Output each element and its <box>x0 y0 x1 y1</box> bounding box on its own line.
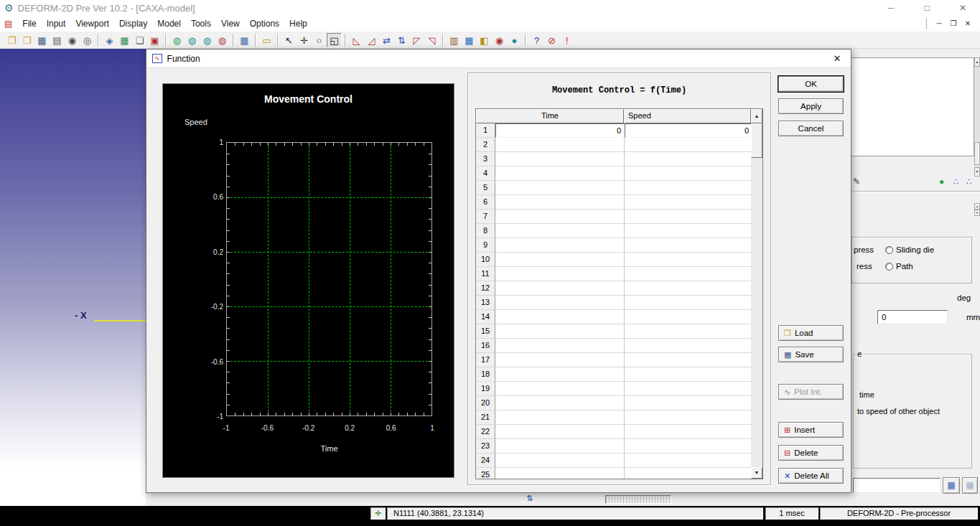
units-icon[interactable]: ◧ <box>477 33 492 47</box>
molecule-icon[interactable]: ∴ <box>953 177 959 187</box>
globe-icon[interactable]: ● <box>507 33 522 47</box>
scrollbar-thumb[interactable] <box>974 142 980 165</box>
time-cell[interactable] <box>495 454 625 468</box>
delete-button[interactable]: ⊟ Delete <box>778 445 844 461</box>
time-cell[interactable] <box>495 238 625 253</box>
speed-cell[interactable] <box>625 324 752 339</box>
maximize-button[interactable]: □ <box>923 3 931 13</box>
exit-icon[interactable]: ! <box>559 33 574 47</box>
object-positioning-offset-y-icon[interactable]: ⇅ <box>394 33 409 47</box>
table-scroll-down-button[interactable]: ▼ <box>751 467 762 479</box>
angle-input[interactable]: 0 <box>877 310 948 324</box>
insert-button[interactable]: ⊞ Insert <box>778 422 844 438</box>
speed-cell[interactable] <box>625 367 752 382</box>
cancel-button[interactable]: Cancel <box>778 121 844 136</box>
time-cell[interactable] <box>495 181 625 195</box>
green-sphere-icon[interactable]: ● <box>939 177 944 187</box>
time-column-header[interactable]: Time <box>476 109 624 123</box>
database-teal-icon[interactable]: ◍ <box>185 33 200 47</box>
object-list[interactable] <box>851 57 974 156</box>
open-database-icon[interactable]: ❒ <box>19 33 34 47</box>
time-cell[interactable] <box>495 224 625 238</box>
mesh-icon[interactable]: ▦ <box>237 33 252 47</box>
load-button[interactable]: ❐ Load <box>778 325 844 341</box>
scroll-up-button[interactable]: ▲ <box>974 57 980 67</box>
speed-cell[interactable] <box>625 224 752 238</box>
speed-cell[interactable] <box>625 382 752 396</box>
time-cell[interactable] <box>495 396 625 410</box>
speed-cell[interactable] <box>625 253 752 267</box>
time-cell[interactable] <box>495 425 625 439</box>
database-red-icon[interactable]: ◍ <box>215 33 230 47</box>
save-button[interactable]: ▦ Save <box>778 347 844 362</box>
speed-cell[interactable] <box>625 339 752 353</box>
capture-window-icon[interactable]: ◎ <box>80 33 95 47</box>
time-cell[interactable] <box>495 195 625 210</box>
time-cell[interactable] <box>495 281 625 296</box>
speed-cell[interactable] <box>625 166 752 181</box>
time-cell[interactable] <box>495 439 625 454</box>
scrollbar-thumb[interactable] <box>751 123 762 158</box>
object-positioning-drag-icon[interactable]: ◿ <box>364 33 379 47</box>
speed-cell[interactable]: 0 <box>625 123 752 138</box>
multi-object-icon[interactable]: ◉ <box>492 33 507 47</box>
time-cell[interactable] <box>495 468 625 479</box>
material-library-icon[interactable]: ▥ <box>447 33 462 47</box>
menu-view[interactable]: View <box>216 17 245 30</box>
ok-button[interactable]: OK <box>778 76 844 92</box>
pencil-icon[interactable]: ✎ <box>853 177 860 187</box>
time-cell[interactable] <box>495 367 625 382</box>
speed-cell[interactable] <box>625 181 752 195</box>
context-help-icon[interactable]: ? <box>529 33 544 47</box>
time-cell[interactable] <box>495 410 625 425</box>
speed-cell[interactable] <box>625 267 752 281</box>
database-green-icon[interactable]: ◍ <box>169 33 185 47</box>
zoom-window-icon[interactable]: ◱ <box>327 33 342 47</box>
apply-button[interactable]: Apply <box>778 98 844 114</box>
time-cell[interactable]: 0 <box>495 123 625 138</box>
object-positioning-rotate-icon[interactable]: ◸ <box>409 33 424 47</box>
close-button[interactable]: ✕ <box>958 3 967 13</box>
memory-icon[interactable]: ▦ <box>117 33 132 47</box>
mdi-close-button[interactable]: ✕ <box>961 18 974 29</box>
capture-image-icon[interactable]: ◉ <box>65 33 80 47</box>
problem-setup-icon[interactable]: ▣ <box>147 33 162 47</box>
stop-icon[interactable]: ⊘ <box>544 33 559 47</box>
time-cell[interactable] <box>495 353 625 367</box>
time-cell[interactable] <box>495 382 625 396</box>
menu-options[interactable]: Options <box>245 17 284 30</box>
panel-scrollbar[interactable]: ▲ ▼ <box>974 57 980 177</box>
image-icon[interactable]: ▦ <box>462 33 477 47</box>
radio-path[interactable] <box>885 263 893 271</box>
object-positioning-interference-icon[interactable]: ◹ <box>424 33 439 47</box>
speed-cell[interactable] <box>625 296 752 310</box>
speed-cell[interactable] <box>625 425 752 439</box>
object-positioning-drop-icon[interactable]: ◺ <box>349 33 364 47</box>
anneal-icon[interactable]: ◈ <box>102 33 117 47</box>
model-viewport[interactable]: - X <box>0 49 146 506</box>
radio-sliding-die[interactable] <box>885 246 893 254</box>
object-positioning-offset-x-icon[interactable]: ⇄ <box>379 33 394 47</box>
menu-tools[interactable]: Tools <box>186 17 216 30</box>
speed-cell[interactable] <box>625 454 752 468</box>
delete-all-button[interactable]: ✕ Delete All <box>778 468 844 484</box>
more-button[interactable]: ▦ <box>962 477 978 494</box>
menu-file[interactable]: File <box>17 17 41 30</box>
time-cell[interactable] <box>495 267 625 281</box>
time-cell[interactable] <box>495 166 625 181</box>
dialog-title-bar[interactable]: ∿ Function ✕ <box>146 50 851 68</box>
zoom-icon[interactable]: ○ <box>312 33 327 47</box>
time-cell[interactable] <box>495 138 625 152</box>
time-cell[interactable] <box>495 324 625 339</box>
menu-display[interactable]: Display <box>114 17 152 30</box>
speed-cell[interactable] <box>625 138 752 152</box>
speed-column-header[interactable]: Speed <box>624 109 751 123</box>
database-extract-icon[interactable]: ◍ <box>200 33 215 47</box>
menu-viewport[interactable]: Viewport <box>70 17 113 30</box>
speed-cell[interactable] <box>625 238 752 253</box>
speed-cell[interactable] <box>625 468 752 479</box>
speed-cell[interactable] <box>625 152 752 166</box>
time-cell[interactable] <box>495 253 625 267</box>
speed-cell[interactable] <box>625 281 752 296</box>
menu-model[interactable]: Model <box>152 17 186 30</box>
